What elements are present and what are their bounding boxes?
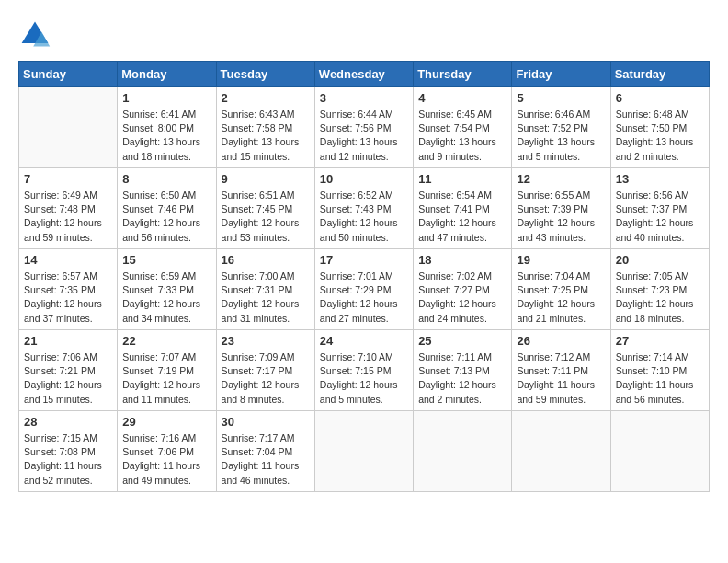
- calendar-cell: 10Sunrise: 6:52 AM Sunset: 7:43 PM Dayli…: [314, 168, 413, 249]
- day-info: Sunrise: 7:06 AM Sunset: 7:21 PM Dayligh…: [24, 350, 112, 407]
- day-number: 22: [122, 334, 210, 348]
- day-number: 13: [616, 172, 704, 186]
- day-info: Sunrise: 6:52 AM Sunset: 7:43 PM Dayligh…: [320, 189, 408, 245]
- calendar-cell: 6Sunrise: 6:48 AM Sunset: 7:50 PM Daylig…: [610, 87, 709, 168]
- calendar-cell: 7Sunrise: 6:49 AM Sunset: 7:48 PM Daylig…: [19, 168, 118, 249]
- day-number: 15: [122, 253, 210, 267]
- day-number: 25: [418, 334, 506, 348]
- day-info: Sunrise: 6:50 AM Sunset: 7:46 PM Dayligh…: [122, 189, 210, 245]
- weekday-header: Wednesday: [314, 62, 413, 87]
- day-info: Sunrise: 6:49 AM Sunset: 7:48 PM Dayligh…: [24, 189, 112, 245]
- calendar-cell: 14Sunrise: 6:57 AM Sunset: 7:35 PM Dayli…: [19, 249, 118, 330]
- weekday-header: Saturday: [610, 62, 709, 87]
- calendar-cell: 29Sunrise: 7:16 AM Sunset: 7:06 PM Dayli…: [118, 411, 216, 492]
- calendar-cell: 28Sunrise: 7:15 AM Sunset: 7:08 PM Dayli…: [19, 411, 118, 492]
- day-info: Sunrise: 6:59 AM Sunset: 7:33 PM Dayligh…: [122, 270, 210, 326]
- calendar-cell: [19, 87, 118, 168]
- day-info: Sunrise: 6:51 AM Sunset: 7:45 PM Dayligh…: [222, 189, 310, 245]
- day-info: Sunrise: 7:02 AM Sunset: 7:27 PM Dayligh…: [418, 270, 506, 326]
- calendar-cell: 19Sunrise: 7:04 AM Sunset: 7:25 PM Dayli…: [512, 249, 610, 330]
- day-number: 12: [517, 172, 605, 186]
- day-number: 4: [418, 91, 506, 105]
- day-info: Sunrise: 7:12 AM Sunset: 7:11 PM Dayligh…: [517, 350, 605, 407]
- day-number: 18: [418, 253, 506, 267]
- calendar-cell: 13Sunrise: 6:56 AM Sunset: 7:37 PM Dayli…: [610, 168, 709, 249]
- day-info: Sunrise: 7:04 AM Sunset: 7:25 PM Dayligh…: [517, 270, 605, 326]
- day-info: Sunrise: 7:05 AM Sunset: 7:23 PM Dayligh…: [616, 270, 704, 326]
- day-number: 17: [320, 253, 408, 267]
- day-number: 5: [517, 91, 605, 105]
- calendar-table: SundayMondayTuesdayWednesdayThursdayFrid…: [18, 61, 710, 492]
- calendar-cell: 26Sunrise: 7:12 AM Sunset: 7:11 PM Dayli…: [512, 330, 610, 411]
- day-number: 20: [616, 253, 704, 267]
- calendar-cell: 12Sunrise: 6:55 AM Sunset: 7:39 PM Dayli…: [512, 168, 610, 249]
- day-number: 11: [418, 172, 506, 186]
- day-number: 7: [24, 172, 112, 186]
- day-info: Sunrise: 7:17 AM Sunset: 7:04 PM Dayligh…: [222, 431, 310, 488]
- day-number: 30: [222, 415, 310, 429]
- day-info: Sunrise: 7:11 AM Sunset: 7:13 PM Dayligh…: [418, 350, 506, 407]
- page-header: [18, 18, 710, 52]
- day-info: Sunrise: 6:54 AM Sunset: 7:41 PM Dayligh…: [418, 189, 506, 245]
- week-row: 14Sunrise: 6:57 AM Sunset: 7:35 PM Dayli…: [19, 249, 710, 330]
- day-info: Sunrise: 7:10 AM Sunset: 7:15 PM Dayligh…: [320, 350, 408, 407]
- day-number: 23: [222, 334, 310, 348]
- calendar-cell: 9Sunrise: 6:51 AM Sunset: 7:45 PM Daylig…: [216, 168, 314, 249]
- day-number: 1: [122, 91, 210, 105]
- day-number: 3: [320, 91, 408, 105]
- week-row: 21Sunrise: 7:06 AM Sunset: 7:21 PM Dayli…: [19, 330, 710, 411]
- day-number: 19: [517, 253, 605, 267]
- day-number: 8: [122, 172, 210, 186]
- calendar-cell: 1Sunrise: 6:41 AM Sunset: 8:00 PM Daylig…: [118, 87, 216, 168]
- day-info: Sunrise: 6:46 AM Sunset: 7:52 PM Dayligh…: [517, 108, 605, 164]
- calendar-cell: 30Sunrise: 7:17 AM Sunset: 7:04 PM Dayli…: [216, 411, 314, 492]
- calendar-cell: [314, 411, 413, 492]
- calendar-cell: 18Sunrise: 7:02 AM Sunset: 7:27 PM Dayli…: [414, 249, 512, 330]
- calendar-cell: 23Sunrise: 7:09 AM Sunset: 7:17 PM Dayli…: [216, 330, 314, 411]
- calendar-cell: [414, 411, 512, 492]
- day-info: Sunrise: 7:07 AM Sunset: 7:19 PM Dayligh…: [122, 350, 210, 407]
- day-info: Sunrise: 6:45 AM Sunset: 7:54 PM Dayligh…: [418, 108, 506, 164]
- weekday-header: Tuesday: [216, 62, 314, 87]
- day-info: Sunrise: 6:48 AM Sunset: 7:50 PM Dayligh…: [616, 108, 704, 164]
- weekday-header-row: SundayMondayTuesdayWednesdayThursdayFrid…: [19, 62, 710, 87]
- calendar-cell: 22Sunrise: 7:07 AM Sunset: 7:19 PM Dayli…: [118, 330, 216, 411]
- calendar-cell: 4Sunrise: 6:45 AM Sunset: 7:54 PM Daylig…: [414, 87, 512, 168]
- calendar-cell: 27Sunrise: 7:14 AM Sunset: 7:10 PM Dayli…: [610, 330, 709, 411]
- weekday-header: Monday: [118, 62, 216, 87]
- day-number: 6: [616, 91, 704, 105]
- weekday-header: Sunday: [19, 62, 118, 87]
- day-info: Sunrise: 6:44 AM Sunset: 7:56 PM Dayligh…: [320, 108, 408, 164]
- day-info: Sunrise: 6:43 AM Sunset: 7:58 PM Dayligh…: [222, 108, 310, 164]
- calendar-cell: 3Sunrise: 6:44 AM Sunset: 7:56 PM Daylig…: [314, 87, 413, 168]
- calendar-cell: 21Sunrise: 7:06 AM Sunset: 7:21 PM Dayli…: [19, 330, 118, 411]
- week-row: 1Sunrise: 6:41 AM Sunset: 8:00 PM Daylig…: [19, 87, 710, 168]
- day-number: 9: [222, 172, 310, 186]
- calendar-cell: [512, 411, 610, 492]
- day-info: Sunrise: 7:15 AM Sunset: 7:08 PM Dayligh…: [24, 431, 112, 488]
- day-info: Sunrise: 7:00 AM Sunset: 7:31 PM Dayligh…: [222, 270, 310, 326]
- calendar-cell: 25Sunrise: 7:11 AM Sunset: 7:13 PM Dayli…: [414, 330, 512, 411]
- day-number: 2: [222, 91, 310, 105]
- day-number: 14: [24, 253, 112, 267]
- calendar-cell: 17Sunrise: 7:01 AM Sunset: 7:29 PM Dayli…: [314, 249, 413, 330]
- day-info: Sunrise: 7:16 AM Sunset: 7:06 PM Dayligh…: [122, 431, 210, 488]
- day-info: Sunrise: 6:41 AM Sunset: 8:00 PM Dayligh…: [122, 108, 210, 164]
- day-number: 16: [222, 253, 310, 267]
- weekday-header: Friday: [512, 62, 610, 87]
- calendar-cell: 8Sunrise: 6:50 AM Sunset: 7:46 PM Daylig…: [118, 168, 216, 249]
- day-info: Sunrise: 6:57 AM Sunset: 7:35 PM Dayligh…: [24, 270, 112, 326]
- day-number: 21: [24, 334, 112, 348]
- day-info: Sunrise: 7:09 AM Sunset: 7:17 PM Dayligh…: [222, 350, 310, 407]
- calendar-cell: [610, 411, 709, 492]
- calendar-cell: 11Sunrise: 6:54 AM Sunset: 7:41 PM Dayli…: [414, 168, 512, 249]
- day-number: 26: [517, 334, 605, 348]
- calendar-cell: 16Sunrise: 7:00 AM Sunset: 7:31 PM Dayli…: [216, 249, 314, 330]
- day-number: 28: [24, 415, 112, 429]
- calendar-cell: 24Sunrise: 7:10 AM Sunset: 7:15 PM Dayli…: [314, 330, 413, 411]
- weekday-header: Thursday: [414, 62, 512, 87]
- calendar-cell: 2Sunrise: 6:43 AM Sunset: 7:58 PM Daylig…: [216, 87, 314, 168]
- week-row: 7Sunrise: 6:49 AM Sunset: 7:48 PM Daylig…: [19, 168, 710, 249]
- calendar-cell: 15Sunrise: 6:59 AM Sunset: 7:33 PM Dayli…: [118, 249, 216, 330]
- logo-icon: [18, 18, 51, 52]
